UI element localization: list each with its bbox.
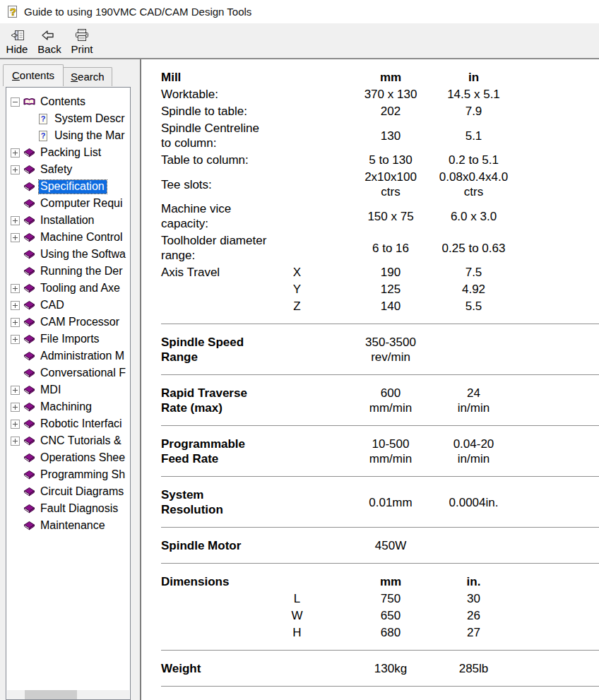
- section-divider: [161, 563, 599, 564]
- book-icon: [23, 487, 37, 497]
- tree-item-label: Maintenance: [39, 519, 107, 533]
- book-icon: [23, 317, 37, 328]
- tree-item-label: Computer Requi: [39, 197, 125, 210]
- tree-item[interactable]: Machine Control: [6, 229, 130, 246]
- expand-toggle[interactable]: [11, 284, 20, 293]
- tree-item-label: Programming Sh: [39, 468, 127, 482]
- section-divider: [161, 476, 599, 477]
- tree-item[interactable]: CNC Tutorials &: [6, 432, 130, 449]
- tree-item[interactable]: Robotic Interfaci: [6, 415, 130, 432]
- tree-item[interactable]: Running the Der: [6, 263, 130, 280]
- spec-label: Machine vice capacity:: [161, 201, 278, 231]
- spec-axis-label: X: [278, 265, 316, 280]
- tree-item[interactable]: MDI: [6, 381, 130, 398]
- spec-label: Spindle Motor: [161, 538, 278, 553]
- tree-item[interactable]: CAM Processor: [6, 314, 130, 331]
- tree-h-scrollbar[interactable]: [7, 690, 129, 699]
- spec-axis-label: L: [278, 591, 316, 606]
- spec-value-mm: 5 to 130: [348, 153, 433, 167]
- book-icon: [23, 249, 37, 260]
- tree-item[interactable]: ?Using the Mar: [6, 127, 130, 144]
- book-icon: [23, 165, 37, 175]
- spec-value-in: 5.1: [437, 129, 511, 143]
- spec-value-in: 285lb: [437, 661, 511, 676]
- topic-content: MillmminWorktable:370 x 13014.5 x 5.1Spi…: [141, 59, 599, 700]
- book-open-icon: [23, 97, 37, 107]
- spec-row: Toolholder diameter range:6 to 160.25 to…: [161, 233, 599, 263]
- expand-toggle[interactable]: [11, 216, 20, 225]
- back-button[interactable]: Back: [33, 26, 66, 55]
- tab-search[interactable]: Search: [63, 67, 112, 86]
- expand-toggle[interactable]: [11, 335, 20, 344]
- tree-item[interactable]: ?System Descr: [6, 110, 130, 127]
- tree-item-label: Specification: [39, 180, 107, 194]
- spec-row: Tee slots:2x10x100 ctrs0.08x0.4x4.0 ctrs: [161, 170, 599, 199]
- spec-label: Dimensions: [161, 574, 278, 589]
- tree-item[interactable]: Tooling and Axe: [6, 280, 130, 297]
- tab-contents[interactable]: Contents: [3, 64, 64, 86]
- tree-item-label: Running the Der: [39, 265, 125, 278]
- book-icon: [23, 266, 37, 277]
- topic-icon: ?: [37, 114, 51, 124]
- tree-item-label: Contents: [39, 95, 88, 109]
- tree-item[interactable]: Conversational F: [6, 364, 130, 381]
- tree-item[interactable]: Specification: [6, 178, 130, 195]
- print-button[interactable]: Print: [66, 26, 98, 55]
- tree-item[interactable]: Administration M: [6, 348, 130, 364]
- tree-item[interactable]: Programming Sh: [6, 466, 130, 483]
- tree-item[interactable]: Machining: [6, 398, 130, 415]
- book-icon: [23, 504, 37, 514]
- tree-h-scrollbar-thumb[interactable]: [25, 690, 77, 699]
- tree-item-label: Administration M: [39, 350, 126, 363]
- tree-item[interactable]: File Imports: [6, 331, 130, 348]
- expand-toggle[interactable]: [11, 403, 20, 412]
- tree-item[interactable]: Operations Shee: [6, 449, 130, 466]
- expand-toggle[interactable]: [11, 97, 20, 107]
- svg-text:?: ?: [10, 6, 16, 18]
- spec-label: Worktable:: [161, 87, 278, 102]
- hide-icon: [9, 27, 25, 43]
- expand-toggle[interactable]: [11, 148, 20, 158]
- expand-toggle[interactable]: [11, 420, 20, 429]
- tree-item[interactable]: Safety: [6, 161, 130, 178]
- tree-item[interactable]: Using the Softwa: [6, 246, 130, 263]
- tree-item[interactable]: Installation: [6, 212, 130, 229]
- tree-item[interactable]: Circuit Diagrams: [6, 483, 130, 500]
- spec-value-mm: 750: [348, 591, 433, 606]
- spec-value-in: 26: [437, 608, 511, 623]
- spec-value-mm: mm: [348, 574, 433, 589]
- spec-value-mm: 6 to 16: [348, 241, 433, 256]
- tree-item[interactable]: Packing List: [6, 144, 130, 161]
- spec-value-mm: 150 x 75: [348, 209, 433, 224]
- spec-value-mm: 125: [348, 282, 433, 297]
- spec-row: Spindle Centreline to column:1305.1: [161, 121, 599, 150]
- spec-value-mm: 202: [348, 104, 433, 119]
- pane-splitter[interactable]: [131, 59, 141, 700]
- tree-item[interactable]: CAD: [6, 297, 130, 314]
- expand-toggle[interactable]: [11, 233, 20, 242]
- tree-item[interactable]: Fault Diagnosis: [6, 500, 130, 517]
- spec-row: System Resolution0.01mm0.0004in.: [161, 487, 599, 517]
- expand-toggle[interactable]: [11, 165, 20, 174]
- toolbar: Hide Back Print: [0, 23, 599, 59]
- book-icon: [23, 402, 37, 413]
- hide-button[interactable]: Hide: [1, 26, 33, 55]
- spec-label: Mill: [161, 70, 278, 85]
- spec-row: Programmable Feed Rate10-500 mm/min0.04-…: [161, 437, 599, 466]
- expand-toggle[interactable]: [11, 301, 20, 310]
- tree-item[interactable]: Computer Requi: [6, 195, 130, 212]
- main-area: Contents Search Contents?System Descr?Us…: [0, 59, 599, 700]
- spec-label: Programmable Feed Rate: [161, 437, 278, 466]
- expand-toggle[interactable]: [11, 318, 20, 327]
- tree-item-label: Fault Diagnosis: [39, 502, 120, 516]
- spec-value-in: 6.0 x 3.0: [437, 209, 511, 224]
- expand-toggle[interactable]: [11, 437, 20, 446]
- spec-value-mm: 10-500 mm/min: [348, 437, 433, 466]
- spec-row: Millmmin: [161, 70, 599, 85]
- spec-section: Weight130kg285lb: [161, 656, 599, 680]
- spec-row: Spindle Speed Range350-3500 rev/min: [161, 335, 599, 364]
- tree-item[interactable]: Maintenance: [6, 517, 130, 534]
- tree-item[interactable]: Contents: [6, 93, 130, 110]
- expand-toggle[interactable]: [11, 386, 20, 395]
- section-divider: [161, 686, 599, 687]
